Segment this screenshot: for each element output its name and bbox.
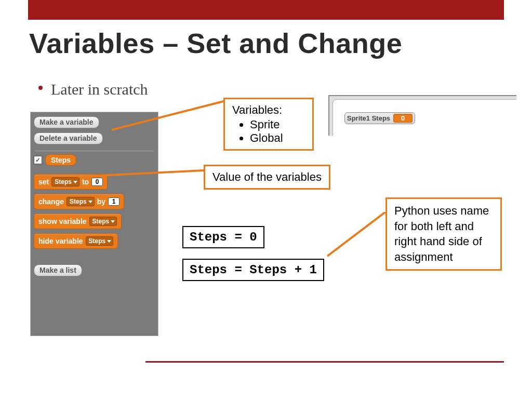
stage-canvas: Sprite1 Steps 0 [332, 99, 516, 136]
scratch-variables-panel: Make a variable Delete a variable ✓ Step… [30, 112, 158, 336]
make-list-button[interactable]: Make a list [34, 264, 82, 276]
block-number-input[interactable]: 1 [108, 197, 119, 206]
block-label: set [38, 178, 49, 186]
block-set-variable[interactable]: set Steps to 0 [34, 174, 108, 190]
stage-preview: Sprite1 Steps 0 [328, 95, 516, 136]
bullet-text: Later in scratch [51, 81, 148, 98]
variable-pill-steps[interactable]: Steps [45, 154, 76, 166]
callout-variables: Variables: Sprite Global [223, 98, 314, 151]
block-dropdown-var[interactable]: Steps [89, 217, 117, 226]
block-label: show variable [38, 217, 87, 225]
monitor-label: Sprite1 Steps [347, 114, 390, 122]
callout-text: Value of the variables [212, 170, 322, 183]
callout-value: Value of the variables [204, 165, 330, 190]
block-show-variable[interactable]: show variable Steps [34, 214, 122, 229]
delete-variable-button[interactable]: Delete a variable [34, 132, 103, 144]
slide-title: Variables – Set and Change [29, 27, 402, 59]
block-dropdown-var[interactable]: Steps [51, 177, 79, 187]
code-line-1: Steps = 0 [182, 226, 264, 248]
callout-item: Sprite [250, 118, 305, 131]
block-label: to [82, 178, 89, 186]
variable-row: ✓ Steps [34, 154, 158, 166]
variable-visible-checkbox[interactable]: ✓ [34, 156, 42, 164]
block-dropdown-var[interactable]: Steps [86, 236, 114, 246]
code-line-2: Steps = Steps + 1 [182, 259, 324, 281]
callout-title: Variables: [232, 103, 282, 116]
connector-line [327, 212, 390, 259]
bullet-dot-icon [38, 86, 43, 90]
svg-line-2 [327, 212, 385, 256]
callout-list: Sprite Global [232, 118, 305, 145]
variable-monitor: Sprite1 Steps 0 [344, 112, 415, 124]
callout-python: Python uses name for both left and right… [385, 197, 502, 271]
block-number-input[interactable]: 0 [91, 178, 103, 186]
panel-separator [35, 151, 154, 151]
make-variable-button[interactable]: Make a variable [34, 116, 99, 128]
slide-bottom-rule [145, 361, 504, 363]
block-hide-variable[interactable]: hide variable Steps [34, 233, 118, 249]
block-label: change [38, 197, 64, 206]
block-label: hide variable [38, 237, 83, 245]
slide-top-bar [28, 0, 504, 20]
callout-item: Global [250, 131, 305, 145]
callout-text: Python uses name for both left and right… [394, 204, 489, 263]
block-change-variable[interactable]: change Steps by 1 [34, 194, 124, 209]
block-dropdown-var[interactable]: Steps [66, 197, 95, 206]
monitor-value: 0 [393, 114, 413, 123]
block-label: by [97, 197, 105, 206]
